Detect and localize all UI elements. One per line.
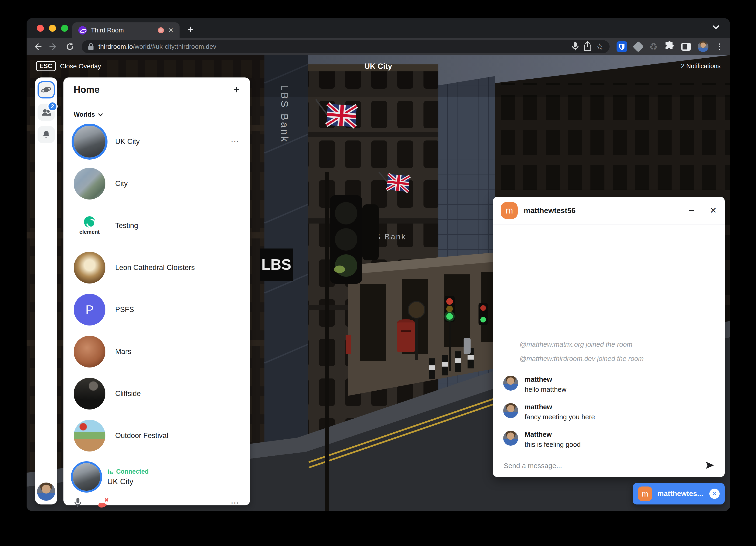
world-list-item-leon-cathedral[interactable]: Leon Cathedral Cloisters — [74, 246, 240, 289]
tab-close-icon[interactable]: ✕ — [168, 27, 173, 34]
message-text: this is feeling good — [525, 441, 581, 449]
chat-close-icon[interactable]: ✕ — [710, 206, 717, 215]
world-avatar — [74, 336, 105, 368]
leave-call-button[interactable] — [97, 497, 109, 509]
share-icon[interactable] — [583, 41, 592, 52]
world-avatar — [74, 252, 105, 284]
bell-icon — [41, 130, 51, 139]
tab-search-chevron-icon[interactable] — [712, 24, 720, 31]
recycle-extension-icon[interactable]: ♻ — [649, 42, 658, 51]
message-text: fancy meeting you here — [525, 413, 595, 421]
signal-bars-icon — [107, 469, 113, 475]
tab-recording-indicator-icon — [158, 27, 164, 33]
url-host: thirdroom.io — [98, 43, 133, 50]
planet-icon — [41, 85, 51, 95]
browser-tab[interactable]: Third Room ✕ — [72, 22, 180, 38]
window-controls — [37, 25, 68, 32]
send-message-button[interactable] — [705, 461, 714, 471]
active-world-row[interactable]: Connected UK City — [63, 457, 250, 493]
world-list-item-uk-city[interactable]: UK City ⋯ — [74, 121, 240, 163]
forward-button[interactable] — [49, 42, 58, 51]
world-avatar — [74, 126, 105, 157]
world-list-item-testing[interactable]: element Testing — [74, 205, 240, 246]
world-list-item-city[interactable]: City — [74, 163, 240, 205]
rail-friends-button[interactable]: 2 — [38, 104, 55, 121]
chat-input-row — [503, 461, 714, 471]
tag-assistant-extension-icon[interactable] — [633, 41, 644, 52]
close-overlay-label[interactable]: Close Overlay — [60, 62, 101, 70]
message-sender-avatar — [503, 403, 518, 418]
chevron-down-icon — [98, 113, 103, 117]
browser-profile-avatar[interactable] — [698, 41, 708, 52]
side-panel-icon[interactable] — [681, 43, 691, 51]
new-tab-button[interactable]: + — [187, 23, 194, 35]
bank-sign-large: LBS — [261, 256, 291, 273]
member-pill-avatar: m — [638, 487, 652, 501]
message-sender: matthew — [525, 403, 595, 411]
notifications-count[interactable]: 2 Notifications — [681, 62, 721, 70]
fullscreen-window-button[interactable] — [61, 25, 68, 32]
chat-message-input[interactable] — [503, 462, 701, 470]
world-name: Cliffside — [115, 390, 141, 398]
world-name: Testing — [115, 221, 138, 230]
minimize-window-button[interactable] — [49, 25, 56, 32]
extensions-puzzle-icon[interactable] — [665, 41, 674, 52]
sidebar-rail: 2 — [35, 77, 57, 504]
lock-icon — [88, 43, 94, 51]
user-avatar[interactable] — [37, 483, 55, 501]
world-options-icon[interactable]: ⋯ — [231, 137, 240, 146]
member-pill[interactable]: m matthewtes... ✕ — [633, 483, 725, 504]
worlds-list: UK City ⋯ City element Testing Leon C — [63, 118, 250, 457]
back-button[interactable] — [33, 42, 42, 51]
world-avatar — [74, 168, 105, 199]
active-world-footer: Connected UK City ⋯ — [63, 457, 250, 511]
room-join-notice: @matthew:thirdroom.dev joined the room — [520, 355, 714, 363]
message-sender: matthew — [525, 376, 566, 383]
call-options-icon[interactable]: ⋯ — [231, 498, 240, 508]
address-bar[interactable]: thirdroom.io/world/#uk-city:thirdroom.de… — [82, 40, 610, 53]
message-sender-avatar — [503, 431, 518, 446]
world-list-item-cliffside[interactable]: Cliffside — [74, 373, 240, 415]
element-logo-icon — [84, 216, 95, 227]
bitwarden-extension-icon[interactable] — [617, 41, 627, 52]
reload-button[interactable] — [65, 42, 75, 51]
voice-search-icon[interactable] — [571, 42, 579, 52]
chat-minimize-icon[interactable]: − — [689, 205, 694, 215]
rail-worlds-button[interactable] — [38, 81, 55, 98]
chat-window: m matthewtest56 − ✕ @matthew:matrix.org … — [493, 197, 725, 477]
message-text: hello matthew — [525, 386, 566, 393]
chat-message-list[interactable]: @matthew:matrix.org joined the room @mat… — [493, 224, 725, 477]
browser-toolbar: thirdroom.io/world/#uk-city:thirdroom.de… — [27, 38, 730, 55]
world-list-item-psfs[interactable]: P PSFS — [74, 289, 240, 331]
world-list-item-mars[interactable]: Mars — [74, 331, 240, 373]
chat-message: matthew hello matthew — [503, 376, 714, 393]
member-pill-label: matthewtes... — [657, 490, 704, 498]
close-window-button[interactable] — [37, 25, 44, 32]
chat-header: m matthewtest56 − ✕ — [493, 197, 725, 224]
browser-window: Third Room ✕ + thirdroom.io/world/#uk-ci… — [27, 18, 730, 511]
member-pill-close-icon[interactable]: ✕ — [709, 489, 720, 499]
active-world-avatar — [73, 463, 100, 491]
url-path: /world/#uk-city:thirdroom.dev — [133, 43, 216, 50]
world-name: Outdoor Festival — [115, 432, 168, 440]
chat-message: matthew fancy meeting you here — [503, 403, 714, 421]
world-avatar: element — [74, 210, 105, 241]
chat-message: Matthew this is feeling good — [503, 431, 714, 449]
rail-notifications-button[interactable] — [38, 126, 55, 143]
url-text: thirdroom.io/world/#uk-city:thirdroom.de… — [98, 43, 216, 50]
create-world-button[interactable]: + — [233, 84, 240, 95]
world-list-item-outdoor-festival[interactable]: Outdoor Festival — [74, 415, 240, 457]
mute-microphone-button[interactable] — [74, 497, 82, 508]
browser-menu-icon[interactable]: ⋮ — [715, 42, 724, 51]
overlay-top-bar: ESC Close Overlay UK City 2 Notification… — [36, 61, 721, 71]
world-name: City — [115, 179, 128, 188]
home-panel-header: Home + — [63, 77, 250, 102]
worlds-section-header[interactable]: Worlds — [63, 102, 250, 118]
message-sender-avatar — [503, 376, 518, 391]
tab-title: Third Room — [91, 27, 154, 34]
chat-room-title: matthewtest56 — [524, 206, 683, 215]
bookmark-star-icon[interactable]: ☆ — [596, 42, 603, 51]
world-viewport[interactable]: LBS Bank LBS LBS Bank — [27, 55, 730, 511]
chat-room-avatar: m — [501, 202, 518, 219]
worlds-section-label: Worlds — [74, 111, 95, 118]
